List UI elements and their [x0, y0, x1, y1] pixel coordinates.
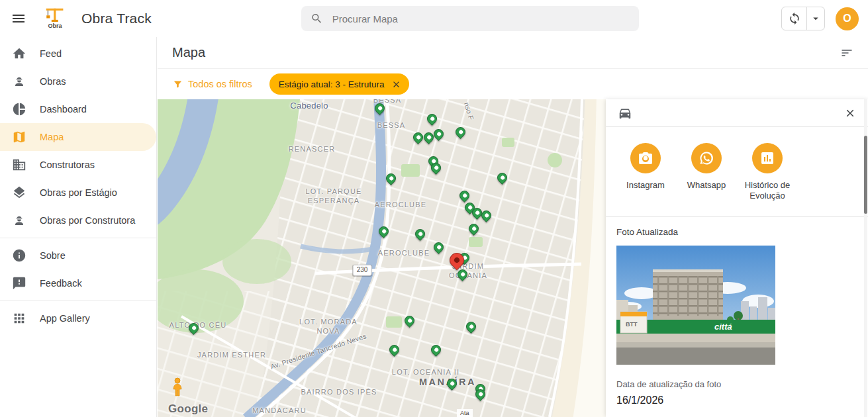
sync-split-button — [781, 7, 825, 30]
sidebar-divider — [0, 238, 156, 238]
sidebar-item-label: Obras por Estágio — [40, 187, 117, 198]
app-logo[interactable]: Obra — [43, 5, 68, 32]
instagram-button[interactable]: Instagram — [615, 143, 676, 202]
sidebar-item-label: Mapa — [40, 132, 64, 142]
pegman-icon[interactable] — [171, 377, 184, 397]
sidebar-item-app-gallery[interactable]: App Gallery — [0, 304, 156, 332]
page-header: Mapa — [158, 37, 868, 69]
action-label: Whatsapp — [687, 180, 726, 191]
construction-photo[interactable]: cittá BTT — [616, 246, 775, 365]
photo-date-label: Data de atualização da foto — [616, 379, 857, 389]
feedback-icon — [12, 276, 26, 291]
photo-sign-text: BTT — [626, 321, 638, 328]
filter-row: Todos os filtros Estágio atual: 3 - Estr… — [158, 69, 868, 99]
sidebar-item-sobre[interactable]: Sobre — [0, 242, 156, 269]
close-icon[interactable] — [844, 107, 856, 119]
whatsapp-button[interactable]: Whatsapp — [676, 143, 737, 202]
photo-section-title: Foto Atualizada — [616, 227, 857, 237]
sync-button[interactable] — [782, 7, 807, 30]
sidebar-item-dashboard[interactable]: Dashboard — [0, 95, 156, 123]
action-label: Instagram — [626, 180, 665, 191]
filter-list-icon — [840, 46, 853, 60]
panel-header — [606, 99, 868, 127]
sidebar: Feed Obras Dashboard Mapa Construtoras O… — [0, 37, 157, 417]
pie-chart-icon — [12, 102, 26, 116]
all-filters-button[interactable]: Todos os filtros — [172, 79, 252, 90]
sync-icon — [788, 12, 801, 25]
sidebar-item-obras[interactable]: Obras — [0, 68, 156, 95]
panel-body: Foto Atualizada — [606, 217, 868, 417]
info-icon — [12, 248, 26, 263]
main-content: Mapa Todos os filtros Estágio atual: 3 -… — [158, 37, 868, 417]
sidebar-item-label: Construtoras — [40, 160, 95, 170]
apps-grid-icon — [12, 311, 26, 326]
building-icon — [12, 158, 26, 172]
all-filters-label: Todos os filtros — [188, 79, 252, 89]
chevron-down-icon — [810, 13, 822, 24]
sidebar-item-feed[interactable]: Feed — [0, 40, 156, 68]
chip-close-icon[interactable] — [391, 79, 401, 89]
topbar: Obra Obra Track O — [0, 0, 868, 37]
sidebar-item-label: Obras — [40, 76, 66, 87]
sidebar-divider — [0, 301, 156, 301]
map-icon — [12, 130, 26, 144]
filter-list-button[interactable] — [840, 46, 853, 60]
logo-text: Obra — [48, 23, 63, 29]
car-icon — [618, 106, 632, 120]
sidebar-item-label: App Gallery — [40, 313, 90, 324]
home-icon — [12, 46, 26, 61]
chart-icon — [752, 143, 783, 173]
action-label: Histórico de Evolução — [737, 180, 798, 202]
panel-actions: Instagram Whatsapp Histórico de Evolução — [606, 127, 868, 217]
worker-icon — [12, 213, 26, 228]
sidebar-item-obras-por-construtora[interactable]: Obras por Construtora — [0, 207, 156, 234]
sidebar-item-label: Obras por Construtora — [40, 215, 135, 226]
google-logo: Google — [168, 402, 208, 416]
panel-scrollbar-thumb[interactable] — [864, 136, 867, 214]
funnel-icon — [172, 79, 183, 90]
sidebar-item-obras-por-estagio[interactable]: Obras por Estágio — [0, 179, 156, 207]
sidebar-item-label: Sobre — [40, 250, 66, 261]
sidebar-item-mapa[interactable]: Mapa — [0, 123, 156, 151]
layers-icon — [12, 185, 26, 200]
whatsapp-icon — [691, 143, 722, 173]
page-title: Mapa — [172, 45, 205, 60]
sidebar-item-label: Feedback — [40, 278, 82, 289]
filter-chip-label: Estágio atual: 3 - Estrutura — [279, 79, 385, 89]
sidebar-item-label: Feed — [40, 48, 62, 59]
menu-icon[interactable] — [10, 10, 27, 27]
photo-banner-text: cittá — [714, 322, 732, 332]
filter-chip-estagio[interactable]: Estágio atual: 3 - Estrutura — [269, 73, 409, 95]
crane-logo-icon: Obra — [43, 5, 68, 32]
map-attribution-partial: Ata — [457, 409, 473, 417]
sidebar-item-feedback[interactable]: Feedback — [0, 269, 156, 297]
historico-evolucao-button[interactable]: Histórico de Evolução — [737, 143, 798, 202]
user-avatar[interactable]: O — [836, 7, 859, 30]
search-input[interactable] — [331, 13, 632, 25]
photo-date-value: 16/1/2026 — [616, 394, 857, 406]
sidebar-item-label: Dashboard — [40, 104, 87, 115]
camera-icon — [630, 143, 661, 173]
sidebar-item-construtoras[interactable]: Construtoras — [0, 151, 156, 179]
map-search — [301, 6, 639, 31]
worker-icon — [12, 74, 26, 89]
app-title: Obra Track — [81, 11, 152, 26]
search-icon — [311, 12, 323, 25]
sync-dropdown-button[interactable] — [807, 7, 824, 30]
detail-panel: Instagram Whatsapp Histórico de Evolução… — [606, 99, 868, 417]
